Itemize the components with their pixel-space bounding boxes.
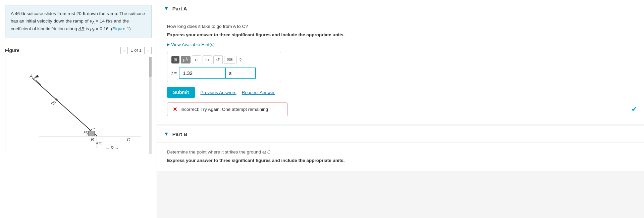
part-b-instructions: Express your answer to three significant…: [167, 158, 634, 163]
checkmark: ✔: [631, 105, 637, 114]
right-panel: ▼ Part A How long does it take to go fro…: [157, 0, 644, 218]
mu-button[interactable]: μÅ: [181, 56, 191, 63]
part-b-section: ▼ Part B Determine the point where it st…: [157, 126, 644, 171]
input-row: t =: [171, 68, 277, 79]
submit-button[interactable]: Submit: [167, 87, 195, 98]
scrollbar-track[interactable]: [149, 57, 152, 154]
redo-button[interactable]: ↪: [203, 55, 212, 64]
grid-button[interactable]: ⊞: [171, 56, 179, 63]
figure-title: Figure: [5, 48, 19, 53]
action-row: Submit Previous Answers Request Answer: [167, 87, 634, 98]
figure-nav: ‹ 1 of 1 ›: [120, 47, 152, 54]
part-a-section: ▼ Part A How long does it take to go fro…: [157, 0, 644, 124]
part-b-body: Determine the point where it strikes the…: [157, 143, 644, 171]
svg-line-4: [36, 80, 41, 85]
previous-answers-button[interactable]: Previous Answers: [200, 90, 236, 95]
keyboard-button[interactable]: ⌨: [224, 56, 235, 64]
part-a-body: How long does it take to go from A to C?…: [157, 17, 644, 124]
figure-page: 1 of 1: [130, 48, 142, 53]
scrollbar-thumb[interactable]: [149, 57, 152, 77]
help-button[interactable]: ?: [236, 56, 244, 64]
part-a-instructions: Express your answer to three significant…: [167, 32, 634, 37]
figure-section: Figure ‹ 1 of 1 › A: [0, 43, 157, 154]
part-b-collapse-icon: ▼: [164, 131, 169, 137]
error-box: ✕ Incorrect; Try Again; One attempt rema…: [167, 102, 288, 116]
reset-button[interactable]: ↺: [213, 55, 223, 64]
hint-link-text: View Available Hint(s): [171, 42, 215, 47]
answer-box: ⊞ μÅ ↩ ↪ ↺ ⌨ ? t =: [167, 52, 281, 82]
error-icon: ✕: [173, 106, 177, 113]
error-text: Incorrect; Try Again; One attempt remain…: [180, 107, 268, 112]
svg-text:C: C: [127, 137, 130, 142]
answer-input[interactable]: [179, 68, 226, 79]
svg-text:← R →: ← R →: [105, 146, 119, 150]
undo-button[interactable]: ↩: [192, 55, 201, 64]
hint-link[interactable]: ▶ View Available Hint(s): [167, 42, 634, 47]
left-panel: A 46-lb suitcase slides from rest 20 ft …: [0, 0, 157, 218]
part-b-title: Part B: [172, 131, 187, 137]
part-a-question: How long does it take to go from A to C?: [167, 24, 634, 29]
svg-text:B: B: [91, 137, 94, 142]
unit-input[interactable]: [226, 68, 256, 79]
part-b-question: Determine the point where it strikes the…: [167, 149, 634, 155]
figure-link[interactable]: Figure 1: [113, 26, 129, 31]
part-b-header[interactable]: ▼ Part B: [157, 126, 644, 143]
part-a-collapse-icon: ▼: [164, 5, 169, 11]
request-answer-button[interactable]: Request Answer: [242, 90, 275, 95]
problem-statement: A 46-lb suitcase slides from rest 20 ft …: [5, 5, 152, 38]
svg-text:20 ft: 20 ft: [50, 97, 59, 106]
svg-text:30°: 30°: [83, 130, 89, 134]
figure-header: Figure ‹ 1 of 1 ›: [5, 47, 152, 54]
svg-rect-7: [89, 131, 95, 136]
hint-arrow-icon: ▶: [167, 42, 170, 47]
figure-prev-button[interactable]: ‹: [120, 47, 128, 54]
figure-svg: A 20 ft B C 30° 4 ft: [5, 57, 151, 154]
part-a-title: Part A: [172, 6, 187, 11]
input-label: t =: [171, 71, 177, 76]
figure-next-button[interactable]: ›: [144, 47, 152, 54]
part-a-header[interactable]: ▼ Part A: [157, 0, 644, 17]
svg-line-1: [33, 78, 97, 136]
svg-text:A: A: [30, 74, 33, 79]
toolbar: ⊞ μÅ ↩ ↪ ↺ ⌨ ?: [171, 55, 277, 64]
figure-image: A 20 ft B C 30° 4 ft: [5, 57, 152, 154]
